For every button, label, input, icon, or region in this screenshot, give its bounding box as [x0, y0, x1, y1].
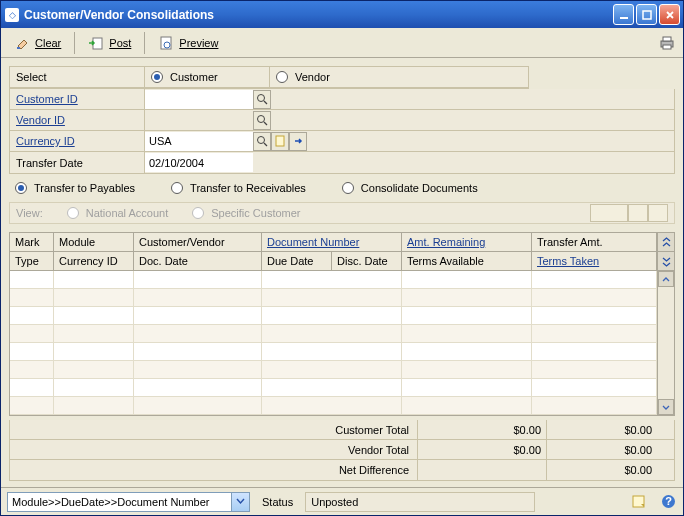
- maximize-button[interactable]: [636, 4, 657, 25]
- col-disc-date[interactable]: Disc. Date: [332, 252, 402, 270]
- col-module[interactable]: Module: [54, 233, 134, 251]
- status-value: Unposted: [305, 492, 535, 512]
- consolidate-documents-radio[interactable]: Consolidate Documents: [342, 182, 478, 194]
- preview-icon: [158, 35, 174, 51]
- magnifier-icon: [256, 114, 268, 126]
- chevron-double-down-icon: [662, 256, 671, 267]
- note-icon: [631, 494, 646, 509]
- col-document-number[interactable]: Document Number: [262, 233, 402, 251]
- grid-rows[interactable]: [10, 271, 657, 415]
- help-button[interactable]: ?: [659, 493, 677, 511]
- svg-point-9: [258, 116, 265, 123]
- radio-icon: [15, 182, 27, 194]
- chevron-down-icon: [236, 498, 245, 505]
- transfer-receivables-radio[interactable]: Transfer to Receivables: [171, 182, 306, 194]
- customer-total-label: Customer Total: [10, 420, 418, 439]
- col-customer-vendor[interactable]: Customer/Vendor: [134, 233, 262, 251]
- radio-icon: [151, 71, 163, 83]
- svg-text:?: ?: [665, 495, 672, 507]
- window-title: Customer/Vendor Consolidations: [24, 8, 613, 22]
- chevron-down-icon: [662, 404, 670, 411]
- select-label: Select: [10, 67, 145, 87]
- col-currency-id[interactable]: Currency ID: [54, 252, 134, 270]
- app-icon: ◇: [5, 8, 19, 22]
- transfer-date-input[interactable]: [145, 153, 253, 172]
- col-terms-taken[interactable]: Terms Taken: [532, 252, 657, 270]
- transfer-payables-radio[interactable]: Transfer to Payables: [15, 182, 135, 194]
- svg-point-10: [258, 137, 265, 144]
- customer-id-label[interactable]: Customer ID: [10, 89, 145, 109]
- scroll-down-button[interactable]: [658, 399, 674, 415]
- scroll-up-button[interactable]: [658, 271, 674, 287]
- sort-combo[interactable]: Module>>DueDate>>Document Number: [7, 492, 250, 512]
- post-button[interactable]: Post: [81, 31, 138, 55]
- scroll-track[interactable]: [658, 287, 674, 399]
- view-label: View:: [16, 207, 43, 219]
- document-grid: Mark Module Customer/Vendor Document Num…: [9, 232, 675, 416]
- grid-expand-button[interactable]: [657, 233, 674, 251]
- col-type[interactable]: Type: [10, 252, 54, 270]
- net-difference-blank: [418, 460, 547, 480]
- note-icon: [274, 135, 286, 147]
- col-due-date[interactable]: Due Date: [262, 252, 332, 270]
- net-difference-value: $0.00: [547, 460, 657, 480]
- col-terms-available[interactable]: Terms Available: [402, 252, 532, 270]
- radio-icon: [67, 207, 79, 219]
- close-button[interactable]: [659, 4, 680, 25]
- radio-icon: [192, 207, 204, 219]
- select-vendor-radio[interactable]: Vendor: [276, 71, 330, 83]
- sort-dropdown-button[interactable]: [232, 492, 250, 512]
- radio-icon: [276, 71, 288, 83]
- view-index-display: [590, 204, 628, 222]
- vendor-total-label: Vendor Total: [10, 440, 418, 459]
- svg-rect-0: [620, 17, 628, 19]
- magnifier-icon: [256, 93, 268, 105]
- view-bar: View: National Account Specific Customer: [9, 202, 675, 224]
- customer-id-input[interactable]: [145, 90, 253, 109]
- customer-name-display: [271, 89, 674, 109]
- arrow-right-icon: [292, 135, 304, 147]
- toolbar: Clear Post Preview: [1, 28, 683, 58]
- customer-total-transfer: $0.00: [547, 420, 657, 439]
- svg-rect-11: [276, 136, 284, 146]
- preview-button[interactable]: Preview: [151, 31, 225, 55]
- print-button[interactable]: [655, 31, 677, 55]
- svg-rect-1: [643, 11, 651, 19]
- currency-id-label[interactable]: Currency ID: [10, 131, 145, 151]
- customer-id-lookup-button[interactable]: [253, 90, 271, 109]
- transfer-date-label: Transfer Date: [10, 152, 145, 173]
- chevron-up-icon: [662, 276, 670, 283]
- id-fields: Customer ID Vendor ID: [9, 89, 675, 174]
- vendor-name-display: [271, 110, 674, 130]
- totals-section: Customer Total $0.00 $0.00 Vendor Total …: [9, 420, 675, 481]
- clear-button[interactable]: Clear: [7, 31, 68, 55]
- magnifier-icon: [256, 135, 268, 147]
- view-specific-radio: Specific Customer: [192, 207, 300, 219]
- app-window: ◇ Customer/Vendor Consolidations Clear: [0, 0, 684, 516]
- grid-scrollbar[interactable]: [657, 271, 674, 415]
- chevron-double-up-icon: [662, 237, 671, 248]
- view-stepper: [590, 204, 668, 222]
- svg-rect-6: [663, 37, 671, 41]
- statusbar: Module>>DueDate>>Document Number Status …: [1, 487, 683, 515]
- col-amt-remaining[interactable]: Amt. Remaining: [402, 233, 532, 251]
- vendor-id-lookup-button[interactable]: [253, 111, 271, 130]
- currency-id-input[interactable]: [145, 132, 253, 151]
- radio-icon: [342, 182, 354, 194]
- net-difference-label: Net Difference: [10, 460, 418, 480]
- col-transfer-amt[interactable]: Transfer Amt.: [532, 233, 657, 251]
- select-customer-radio[interactable]: Customer: [151, 71, 218, 83]
- currency-expand-button[interactable]: [289, 132, 307, 151]
- titlebar: ◇ Customer/Vendor Consolidations: [1, 1, 683, 28]
- vendor-total-transfer: $0.00: [547, 440, 657, 459]
- vendor-id-label[interactable]: Vendor ID: [10, 110, 145, 130]
- col-doc-date[interactable]: Doc. Date: [134, 252, 262, 270]
- eraser-icon: [14, 35, 30, 51]
- currency-lookup-button[interactable]: [253, 132, 271, 151]
- minimize-button[interactable]: [613, 4, 634, 25]
- radio-icon: [171, 182, 183, 194]
- note-button[interactable]: [629, 493, 647, 511]
- col-mark[interactable]: Mark: [10, 233, 54, 251]
- grid-collapse-button[interactable]: [657, 252, 674, 270]
- currency-note-button[interactable]: [271, 132, 289, 151]
